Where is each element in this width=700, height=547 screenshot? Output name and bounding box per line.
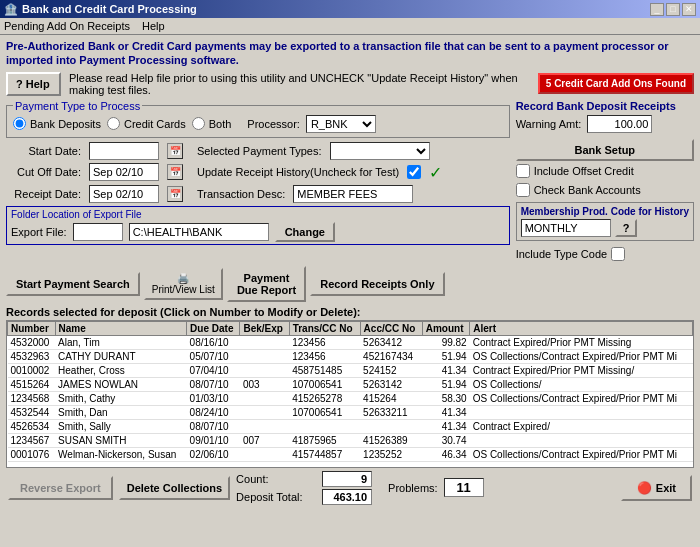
membership-label: Membership Prod. Code for History (521, 206, 689, 217)
reverse-export-button[interactable]: Reverse Export (8, 476, 113, 500)
table-cell: 07/04/10 (187, 363, 240, 377)
table-row[interactable]: 4532963CATHY DURANT05/07/101234564521674… (8, 349, 693, 363)
table-cell: 452167434 (360, 349, 422, 363)
include-offset-checkbox[interactable] (516, 164, 530, 178)
table-cell: 08/07/10 (187, 419, 240, 433)
menu-bar: Pending Add On Receipts Help (0, 18, 700, 35)
table-cell: Smith, Dan (55, 405, 187, 419)
bank-deposits-radio[interactable] (13, 117, 26, 130)
table-row[interactable]: 4515264JAMES NOWLAN08/07/100031070065415… (8, 377, 693, 391)
table-cell: 52633211 (360, 405, 422, 419)
records-header: Records selected for deposit (Click on N… (6, 306, 694, 318)
banner-text: Pre-Authorized Bank or Credit Card payme… (6, 39, 694, 68)
export-file-label: Export File: (11, 226, 67, 238)
printer-icon: 🖨️ (177, 273, 189, 284)
table-cell: 107006541 (289, 377, 360, 391)
minimize-button[interactable]: _ (650, 3, 664, 16)
export-file-input[interactable] (73, 223, 123, 241)
table-row[interactable]: 0001076Welman-Nickerson, Susan02/06/1041… (8, 447, 693, 461)
table-row[interactable]: 1234567SUSAN SMITH09/01/1000741875965415… (8, 433, 693, 447)
title-bar: 🏦 Bank and Credit Card Processing _ □ ✕ (0, 0, 700, 18)
table-cell: OS Collections/Contract Expired/Prior PM… (470, 349, 693, 363)
alert-button[interactable]: 5 Credit Card Add Ons Found (538, 73, 694, 94)
record-receipts-button[interactable]: Record Receipts Only (310, 272, 444, 296)
table-cell: 41.34 (422, 419, 469, 433)
close-button[interactable]: ✕ (682, 3, 696, 16)
table-cell: 107006541 (289, 405, 360, 419)
table-cell: 0001076 (8, 447, 56, 461)
both-radio[interactable] (192, 117, 205, 130)
payment-due-button[interactable]: Payment Due Report (227, 266, 306, 302)
update-receipt-label: Update Receipt History(Uncheck for Test) (197, 166, 399, 178)
folder-path-input[interactable]: C:\HEALTH\BANK (129, 223, 269, 241)
table-cell: Smith, Cathy (55, 391, 187, 405)
table-cell: SUSAN SMITH (55, 433, 187, 447)
table-cell: 003 (240, 377, 289, 391)
menu-pending[interactable]: Pending Add On Receipts (4, 20, 130, 32)
membership-help-button[interactable]: ? (615, 219, 638, 237)
membership-input[interactable] (521, 219, 611, 237)
table-cell: 02/06/10 (187, 447, 240, 461)
print-view-button[interactable]: 🖨️ Print/View List (144, 268, 223, 300)
include-offset-label: Include Offset Credit (534, 165, 634, 177)
check-bank-checkbox[interactable] (516, 183, 530, 197)
processor-select[interactable]: R_BNK (306, 115, 376, 133)
selected-payment-select[interactable] (330, 142, 430, 160)
table-row[interactable]: 4526534Smith, Sally08/07/1041.34Contract… (8, 419, 693, 433)
deposit-label: Deposit Total: (236, 491, 316, 503)
table-row[interactable]: 4532000Alan, Tim08/16/10123456526341299.… (8, 335, 693, 349)
start-date-calendar[interactable]: 📅 (167, 143, 183, 159)
update-receipt-checkbox[interactable] (407, 165, 421, 179)
table-cell: 007 (240, 433, 289, 447)
change-button[interactable]: Change (275, 222, 335, 242)
table-cell (470, 433, 693, 447)
table-cell: 415265278 (289, 391, 360, 405)
table-row[interactable]: 4532544Smith, Dan08/24/10107006541526332… (8, 405, 693, 419)
table-row[interactable]: 0010002Heather, Cross07/04/1045875148552… (8, 363, 693, 377)
check-bank-label: Check Bank Accounts (534, 184, 641, 196)
warning-label: Warning Amt: (516, 118, 582, 130)
delete-collections-button[interactable]: Delete Collections (119, 476, 230, 500)
table-cell: Welman-Nickerson, Susan (55, 447, 187, 461)
cutoff-calendar[interactable]: 📅 (167, 164, 183, 180)
receipt-calendar[interactable]: 📅 (167, 186, 183, 202)
table-cell (240, 349, 289, 363)
table-cell (240, 391, 289, 405)
menu-help[interactable]: Help (142, 20, 165, 32)
table-cell: 30.74 (422, 433, 469, 447)
cutoff-label: Cut Off Date: (6, 166, 81, 178)
table-cell: 123456 (289, 335, 360, 349)
table-cell: 1234568 (8, 391, 56, 405)
table-cell: 08/16/10 (187, 335, 240, 349)
receipt-date-label: Receipt Date: (6, 188, 81, 200)
deposit-value: 463.10 (322, 489, 372, 505)
selected-payment-label: Selected Payment Types: (197, 145, 322, 157)
start-date-input[interactable] (89, 142, 159, 160)
count-value: 9 (322, 471, 372, 487)
table-cell (470, 405, 693, 419)
include-type-label: Include Type Code (516, 248, 608, 260)
bank-setup-button[interactable]: Bank Setup (516, 139, 694, 161)
warning-amt-input[interactable] (587, 115, 652, 133)
include-type-checkbox[interactable] (611, 247, 625, 261)
table-cell: 4532000 (8, 335, 56, 349)
table-cell: JAMES NOWLAN (55, 377, 187, 391)
table-cell: OS Collections/Contract Expired/Prior PM… (470, 391, 693, 405)
help-button[interactable]: ? Help (6, 72, 61, 96)
col-alert: Alert (470, 321, 693, 335)
records-table: Number Name Due Date Bek/Exp Trans/CC No… (6, 320, 694, 468)
receipt-date-input[interactable] (89, 185, 159, 203)
cutoff-input[interactable] (89, 163, 159, 181)
exit-button[interactable]: 🔴 Exit (621, 475, 692, 501)
trans-desc-input[interactable] (293, 185, 413, 203)
table-cell (289, 419, 360, 433)
credit-cards-radio[interactable] (107, 117, 120, 130)
table-cell: Contract Expired/ (470, 419, 693, 433)
table-cell: 4532544 (8, 405, 56, 419)
maximize-button[interactable]: □ (666, 3, 680, 16)
start-payment-button[interactable]: Start Payment Search (6, 272, 140, 296)
bank-deposits-label: Bank Deposits (30, 118, 101, 130)
table-cell (240, 447, 289, 461)
col-bek-exp: Bek/Exp (240, 321, 289, 335)
table-row[interactable]: 1234568Smith, Cathy01/03/104152652784152… (8, 391, 693, 405)
